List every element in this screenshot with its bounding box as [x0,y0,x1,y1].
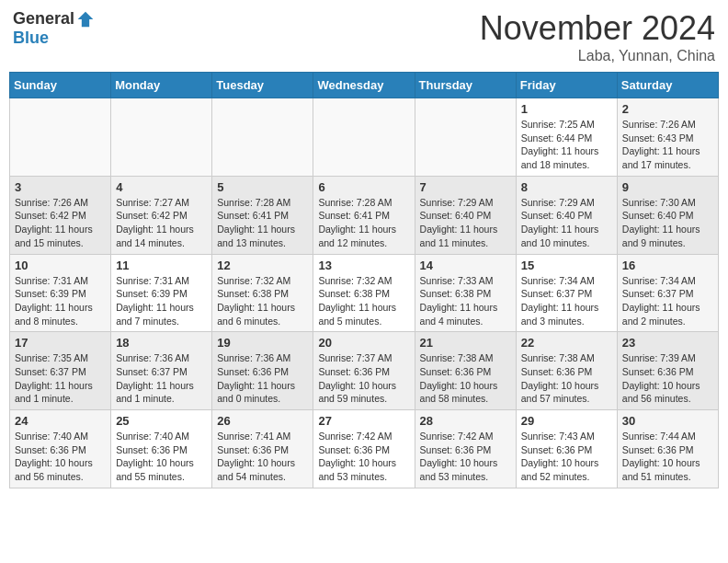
weekday-header-row: SundayMondayTuesdayWednesdayThursdayFrid… [10,73,719,98]
svg-marker-0 [78,11,94,27]
weekday-header-sunday: Sunday [10,73,111,98]
day-info: Sunrise: 7:31 AM Sunset: 6:39 PM Dayligh… [15,274,106,328]
weekday-header-thursday: Thursday [415,73,516,98]
calendar-cell: 18Sunrise: 7:36 AM Sunset: 6:37 PM Dayli… [111,332,212,410]
calendar-cell: 19Sunrise: 7:36 AM Sunset: 6:36 PM Dayli… [212,332,313,410]
calendar-cell: 23Sunrise: 7:39 AM Sunset: 6:36 PM Dayli… [617,332,718,410]
day-number: 24 [15,414,106,428]
day-info: Sunrise: 7:40 AM Sunset: 6:36 PM Dayligh… [15,430,106,484]
calendar-cell: 27Sunrise: 7:42 AM Sunset: 6:36 PM Dayli… [313,410,415,488]
day-info: Sunrise: 7:40 AM Sunset: 6:36 PM Dayligh… [116,430,207,484]
calendar-cell: 28Sunrise: 7:42 AM Sunset: 6:36 PM Dayli… [415,410,516,488]
calendar-cell: 3Sunrise: 7:26 AM Sunset: 6:42 PM Daylig… [10,176,111,254]
day-number: 18 [116,336,207,350]
calendar-cell: 10Sunrise: 7:31 AM Sunset: 6:39 PM Dayli… [10,254,111,332]
calendar-cell [415,98,516,177]
day-info: Sunrise: 7:38 AM Sunset: 6:36 PM Dayligh… [420,351,511,406]
day-number: 23 [622,336,713,350]
calendar-cell: 1Sunrise: 7:25 AM Sunset: 6:44 PM Daylig… [516,98,617,177]
page-header: General Blue November 2024 Laba, Yunnan,… [9,9,719,64]
calendar-cell [10,98,111,177]
day-info: Sunrise: 7:37 AM Sunset: 6:36 PM Dayligh… [318,351,409,406]
weekday-header-tuesday: Tuesday [212,73,313,98]
calendar-cell: 12Sunrise: 7:32 AM Sunset: 6:38 PM Dayli… [212,254,313,332]
day-number: 20 [318,336,409,350]
day-info: Sunrise: 7:25 AM Sunset: 6:44 PM Dayligh… [521,118,612,172]
calendar-cell: 15Sunrise: 7:34 AM Sunset: 6:37 PM Dayli… [516,254,617,332]
day-number: 26 [217,414,308,428]
logo-general-text: General [13,9,74,29]
day-info: Sunrise: 7:36 AM Sunset: 6:36 PM Dayligh… [217,351,308,406]
day-number: 15 [521,259,612,272]
day-number: 19 [217,336,308,350]
title-block: November 2024 Laba, Yunnan, China [480,9,715,64]
day-info: Sunrise: 7:27 AM Sunset: 6:42 PM Dayligh… [116,196,207,250]
day-info: Sunrise: 7:42 AM Sunset: 6:36 PM Dayligh… [318,430,409,484]
day-number: 5 [217,180,308,194]
day-number: 1 [521,102,612,116]
day-number: 4 [116,180,207,194]
calendar-cell [111,98,212,177]
day-number: 13 [318,259,409,272]
calendar-cell: 13Sunrise: 7:32 AM Sunset: 6:38 PM Dayli… [313,254,415,332]
day-info: Sunrise: 7:32 AM Sunset: 6:38 PM Dayligh… [217,274,308,328]
day-number: 7 [420,180,511,194]
calendar-cell: 7Sunrise: 7:29 AM Sunset: 6:40 PM Daylig… [415,176,516,254]
day-number: 3 [15,180,106,194]
calendar-week-row: 3Sunrise: 7:26 AM Sunset: 6:42 PM Daylig… [10,176,719,254]
day-number: 30 [622,414,713,428]
day-info: Sunrise: 7:34 AM Sunset: 6:37 PM Dayligh… [521,274,612,328]
day-info: Sunrise: 7:29 AM Sunset: 6:40 PM Dayligh… [521,196,612,250]
day-number: 27 [318,414,409,428]
day-info: Sunrise: 7:39 AM Sunset: 6:36 PM Dayligh… [622,351,713,406]
day-info: Sunrise: 7:29 AM Sunset: 6:40 PM Dayligh… [420,196,511,250]
weekday-header-saturday: Saturday [617,73,718,98]
day-info: Sunrise: 7:34 AM Sunset: 6:37 PM Dayligh… [622,274,713,328]
calendar-cell: 6Sunrise: 7:28 AM Sunset: 6:41 PM Daylig… [313,176,415,254]
calendar-week-row: 10Sunrise: 7:31 AM Sunset: 6:39 PM Dayli… [10,254,719,332]
location-subtitle: Laba, Yunnan, China [480,48,715,64]
day-info: Sunrise: 7:41 AM Sunset: 6:36 PM Dayligh… [217,430,308,484]
day-info: Sunrise: 7:28 AM Sunset: 6:41 PM Dayligh… [217,196,308,250]
day-number: 9 [622,180,713,194]
calendar-cell: 16Sunrise: 7:34 AM Sunset: 6:37 PM Dayli… [617,254,718,332]
day-number: 11 [116,259,207,272]
calendar-cell: 17Sunrise: 7:35 AM Sunset: 6:37 PM Dayli… [10,332,111,410]
day-info: Sunrise: 7:42 AM Sunset: 6:36 PM Dayligh… [420,430,511,484]
month-title: November 2024 [480,9,715,48]
logo-blue-text: Blue [13,29,49,48]
day-number: 8 [521,180,612,194]
day-info: Sunrise: 7:31 AM Sunset: 6:39 PM Dayligh… [116,274,207,328]
calendar-cell: 4Sunrise: 7:27 AM Sunset: 6:42 PM Daylig… [111,176,212,254]
day-info: Sunrise: 7:26 AM Sunset: 6:42 PM Dayligh… [15,196,106,250]
day-info: Sunrise: 7:33 AM Sunset: 6:38 PM Dayligh… [420,274,511,328]
calendar-week-row: 24Sunrise: 7:40 AM Sunset: 6:36 PM Dayli… [10,410,719,488]
day-number: 16 [622,259,713,272]
calendar-cell: 5Sunrise: 7:28 AM Sunset: 6:41 PM Daylig… [212,176,313,254]
day-number: 10 [15,259,106,272]
calendar-cell: 14Sunrise: 7:33 AM Sunset: 6:38 PM Dayli… [415,254,516,332]
day-number: 17 [15,336,106,350]
calendar-cell: 9Sunrise: 7:30 AM Sunset: 6:40 PM Daylig… [617,176,718,254]
calendar-cell: 29Sunrise: 7:43 AM Sunset: 6:36 PM Dayli… [516,410,617,488]
calendar-cell [212,98,313,177]
day-number: 28 [420,414,511,428]
calendar-cell: 24Sunrise: 7:40 AM Sunset: 6:36 PM Dayli… [10,410,111,488]
day-number: 6 [318,180,409,194]
logo: General Blue [13,9,95,48]
calendar-cell: 20Sunrise: 7:37 AM Sunset: 6:36 PM Dayli… [313,332,415,410]
calendar-cell: 11Sunrise: 7:31 AM Sunset: 6:39 PM Dayli… [111,254,212,332]
day-number: 29 [521,414,612,428]
day-number: 22 [521,336,612,350]
logo-icon [76,10,95,29]
calendar-cell: 25Sunrise: 7:40 AM Sunset: 6:36 PM Dayli… [111,410,212,488]
day-number: 25 [116,414,207,428]
day-info: Sunrise: 7:26 AM Sunset: 6:43 PM Dayligh… [622,118,713,172]
calendar-cell [313,98,415,177]
day-info: Sunrise: 7:38 AM Sunset: 6:36 PM Dayligh… [521,351,612,406]
calendar-cell: 21Sunrise: 7:38 AM Sunset: 6:36 PM Dayli… [415,332,516,410]
day-info: Sunrise: 7:32 AM Sunset: 6:38 PM Dayligh… [318,274,409,328]
weekday-header-wednesday: Wednesday [313,73,415,98]
day-info: Sunrise: 7:43 AM Sunset: 6:36 PM Dayligh… [521,430,612,484]
day-number: 2 [622,102,713,116]
